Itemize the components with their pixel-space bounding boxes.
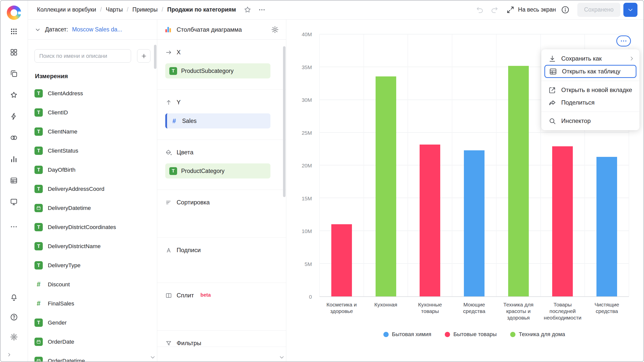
scroll-down-icon[interactable] xyxy=(278,354,285,360)
sidebar-item-monitor[interactable] xyxy=(9,197,19,207)
dataset-field-OrderDatetime[interactable]: OrderDatetime xyxy=(34,357,150,362)
sidebar-item-question[interactable] xyxy=(9,312,19,322)
labels-a-icon xyxy=(165,247,172,254)
star-icon xyxy=(10,91,18,99)
sidebar-item-bar-chart[interactable] xyxy=(9,154,19,164)
field-name: DeliveryType xyxy=(48,262,80,269)
bar-2[interactable] xyxy=(376,76,396,296)
sidebar-item-ellipsis-h[interactable] xyxy=(9,222,19,232)
menu-item-share[interactable]: Поделиться xyxy=(541,96,639,109)
content-row: Датасет: Moscow Sales da... Измерения TC… xyxy=(28,20,644,362)
menu-item-inspector[interactable]: Инспектор xyxy=(541,115,639,127)
number-type-icon: # xyxy=(170,117,178,125)
breadcrumb-item-collections[interactable]: Коллекции и воркбуки xyxy=(37,6,96,13)
text-type-icon: T xyxy=(34,166,43,174)
x-field-pill[interactable]: T ProductSubcategory xyxy=(165,63,270,78)
section-sort[interactable]: Сортировка xyxy=(157,190,286,238)
section-filters[interactable]: Фильтры xyxy=(157,331,286,347)
sidebar-item-four-squares[interactable] xyxy=(9,47,19,57)
field-name: OrderDatetime xyxy=(48,358,85,362)
dataset-field-OrderDate[interactable]: OrderDate xyxy=(34,338,150,346)
breadcrumb-item-examples[interactable]: Примеры xyxy=(132,6,157,13)
dataset-field-DeliveryDatetime[interactable]: DeliveryDatetime xyxy=(34,204,150,212)
chart-more-button[interactable] xyxy=(616,35,631,47)
header-more-button[interactable] xyxy=(257,5,267,15)
save-dropdown-button[interactable] xyxy=(623,3,637,17)
sidebar-item-gear[interactable] xyxy=(9,332,19,342)
dataset-field-FinalSales[interactable]: #FinalSales xyxy=(34,299,150,308)
text-type-icon: T xyxy=(34,89,43,98)
field-search-input[interactable] xyxy=(34,49,131,63)
breadcrumb-separator: / xyxy=(162,6,163,13)
dataset-field-DayOfBirth[interactable]: TDayOfBirth xyxy=(34,166,150,174)
collapse-dataset-icon[interactable] xyxy=(34,26,41,33)
dataset-field-ClientAddress[interactable]: TClientAddress xyxy=(34,89,150,98)
datalens-app: Коллекции и воркбуки / Чарты / Примеры /… xyxy=(0,0,644,362)
bar-7[interactable] xyxy=(596,157,617,296)
undo-button[interactable] xyxy=(475,5,485,15)
bar-6[interactable] xyxy=(552,146,573,296)
info-button[interactable] xyxy=(560,5,570,15)
section-labels[interactable]: Подписи xyxy=(157,238,286,283)
bar-chart-type-icon[interactable] xyxy=(164,26,172,33)
menu-item-open-as-table[interactable]: Открыть как таблицу xyxy=(544,65,636,78)
dataset-field-list: TClientAddressTClientIDTClientNameTClien… xyxy=(28,80,157,362)
sidebar-collapse-button[interactable] xyxy=(6,351,13,359)
dataset-field-Discount[interactable]: #Discount xyxy=(34,280,150,289)
chart-settings-gear-icon[interactable] xyxy=(271,26,279,34)
fullscreen-icon xyxy=(506,6,515,14)
bar-4[interactable] xyxy=(464,150,485,296)
sidebar-item-bolt[interactable] xyxy=(9,111,19,121)
breadcrumb-item-charts[interactable]: Чарты xyxy=(106,6,123,13)
legend-item[interactable]: Бытовая химия xyxy=(383,331,431,338)
fullscreen-button[interactable]: На весь экран xyxy=(506,6,556,14)
text-type-icon: T xyxy=(34,185,43,193)
colors-field-pill[interactable]: T ProductCategory xyxy=(165,163,270,178)
sidebar-item-star[interactable] xyxy=(9,90,19,100)
bar-3[interactable] xyxy=(420,145,440,296)
redo-button[interactable] xyxy=(489,5,499,15)
section-sort-label: Сортировка xyxy=(177,199,210,206)
external-icon xyxy=(548,86,556,94)
bar-1[interactable] xyxy=(331,224,352,296)
section-x: X T ProductSubcategory xyxy=(157,40,286,90)
ellipsis-icon xyxy=(620,37,627,45)
apps-menu-button[interactable] xyxy=(9,26,19,36)
menu-item-label: Инспектор xyxy=(561,117,591,124)
field-name: Gender xyxy=(48,320,67,326)
dataset-field-DeliveryDistrictName[interactable]: TDeliveryDistrictName xyxy=(34,242,150,250)
add-field-button[interactable] xyxy=(137,49,150,63)
dataset-field-DeliveryType[interactable]: TDeliveryType xyxy=(34,261,150,269)
menu-item-open-new-tab[interactable]: Открыть в новой вкладке xyxy=(541,84,639,96)
colors-field-name: ProductCategory xyxy=(181,168,225,174)
dataset-field-DeliveryAddressCoord[interactable]: TDeliveryAddressCoord xyxy=(34,185,150,193)
chevron-right-icon xyxy=(628,55,635,62)
dataset-field-ClientStatus[interactable]: TClientStatus xyxy=(34,147,150,155)
config-scrollbar-thumb[interactable] xyxy=(283,46,286,197)
sidebar-item-table[interactable] xyxy=(9,175,19,185)
bar-5[interactable] xyxy=(508,66,529,296)
legend-item[interactable]: Бытовые товары xyxy=(445,331,497,338)
sidebar-item-layers[interactable] xyxy=(9,69,19,78)
y-field-pill[interactable]: # Sales xyxy=(165,113,270,128)
field-name: DeliveryAddressCoord xyxy=(48,186,104,192)
apps-grid-icon xyxy=(10,28,18,35)
dataset-field-Gender[interactable]: TGender xyxy=(34,319,150,327)
legend-item[interactable]: Техника для дома xyxy=(510,331,565,338)
dataset-scrollbar-thumb[interactable] xyxy=(154,45,156,69)
dataset-field-ClientName[interactable]: TClientName xyxy=(34,127,150,136)
saved-button[interactable]: Сохранено xyxy=(577,3,620,17)
datalens-logo[interactable] xyxy=(7,6,21,20)
sidebar-item-bell[interactable] xyxy=(9,292,19,302)
dataset-field-DeliveryDistrictCoordinates[interactable]: TDeliveryDistrictCoordinates xyxy=(34,223,150,231)
menu-item-save-as[interactable]: Сохранить как xyxy=(541,52,639,65)
scroll-down-icon[interactable] xyxy=(149,354,156,360)
dataset-link[interactable]: Moscow Sales da... xyxy=(72,26,150,33)
field-name: FinalSales xyxy=(48,300,74,307)
favorite-button[interactable] xyxy=(243,5,252,15)
section-split[interactable]: Сплит beta xyxy=(157,283,286,331)
chart-type-header: Столбчатая диаграмма xyxy=(157,20,286,40)
dataset-field-ClientID[interactable]: TClientID xyxy=(34,108,150,117)
sidebar-item-two-circles[interactable] xyxy=(9,133,19,143)
sidebar-bottom-nav xyxy=(9,292,19,342)
